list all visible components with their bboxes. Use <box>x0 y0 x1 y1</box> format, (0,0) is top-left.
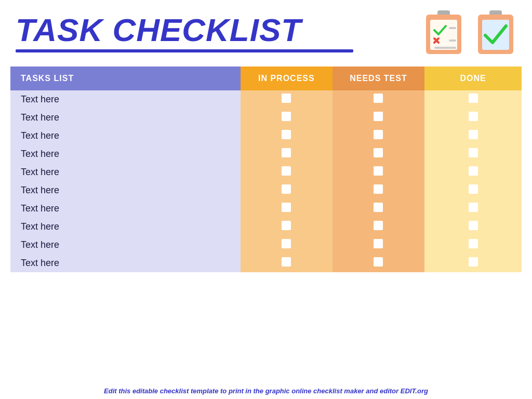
needstest-checkbox-cell[interactable] <box>332 200 424 218</box>
needstest-checkbox-cell[interactable] <box>332 127 424 145</box>
table-row: Text here <box>10 200 522 218</box>
checkbox-done[interactable] <box>469 203 478 212</box>
needstest-checkbox-cell[interactable] <box>332 163 424 181</box>
inprocess-checkbox-cell[interactable] <box>241 90 332 109</box>
svg-rect-3 <box>449 27 456 29</box>
done-checkbox-cell[interactable] <box>424 254 522 272</box>
table-row: Text here <box>10 127 522 145</box>
checkbox-done[interactable] <box>469 221 478 230</box>
checkbox-inprocess[interactable] <box>282 130 291 139</box>
checkbox-inprocess[interactable] <box>282 112 291 121</box>
task-name-cell: Text here <box>10 109 241 127</box>
needstest-checkbox-cell[interactable] <box>332 254 424 272</box>
checkbox-inprocess[interactable] <box>282 221 291 230</box>
task-name-cell: Text here <box>10 254 241 272</box>
header: TASK CHECKLIST <box>0 0 532 61</box>
page-title: TASK CHECKLIST <box>16 14 353 46</box>
table-row: Text here <box>10 236 522 254</box>
task-name-cell: Text here <box>10 200 241 218</box>
footer-text: Edit this editable checklist template to… <box>10 387 522 395</box>
col-header-tasks: TASKS LIST <box>10 66 241 90</box>
inprocess-checkbox-cell[interactable] <box>241 109 332 127</box>
checkbox-done[interactable] <box>469 239 478 248</box>
checkbox-done[interactable] <box>469 112 478 121</box>
inprocess-checkbox-cell[interactable] <box>241 218 332 236</box>
inprocess-checkbox-cell[interactable] <box>241 200 332 218</box>
table-row: Text here <box>10 181 522 200</box>
checkbox-done[interactable] <box>469 184 478 194</box>
done-checkbox-cell[interactable] <box>424 218 522 236</box>
done-checkbox-cell[interactable] <box>424 181 522 200</box>
table-row: Text here <box>10 218 522 236</box>
table-row: Text here <box>10 163 522 181</box>
checkbox-needstest[interactable] <box>374 94 383 103</box>
done-checkbox-cell[interactable] <box>424 145 522 163</box>
col-header-inprocess: IN PROCESS <box>241 66 332 90</box>
needstest-checkbox-cell[interactable] <box>332 181 424 200</box>
checkbox-needstest[interactable] <box>374 239 383 248</box>
task-name-cell: Text here <box>10 163 241 181</box>
svg-rect-7 <box>434 47 456 49</box>
table-row: Text here <box>10 90 522 109</box>
checklist-table: TASKS LIST IN PROCESS NEEDS TEST DONE Te… <box>10 66 522 272</box>
done-checkbox-cell[interactable] <box>424 90 522 109</box>
clipboard-checklist-icon <box>423 10 464 56</box>
needstest-checkbox-cell[interactable] <box>332 109 424 127</box>
col-header-needstest: NEEDS TEST <box>332 66 424 90</box>
inprocess-checkbox-cell[interactable] <box>241 145 332 163</box>
col-header-done: DONE <box>424 66 522 90</box>
svg-rect-2 <box>430 20 457 50</box>
checkbox-needstest[interactable] <box>374 221 383 230</box>
checkbox-inprocess[interactable] <box>282 166 291 176</box>
checkbox-done[interactable] <box>469 130 478 139</box>
page-wrapper: TASK CHECKLIST <box>0 0 532 399</box>
table-header-row: TASKS LIST IN PROCESS NEEDS TEST DONE <box>10 66 522 90</box>
footer: Edit this editable checklist template to… <box>0 383 532 399</box>
needstest-checkbox-cell[interactable] <box>332 90 424 109</box>
clipboard-done-icon <box>475 10 516 56</box>
table-row: Text here <box>10 254 522 272</box>
needstest-checkbox-cell[interactable] <box>332 236 424 254</box>
done-checkbox-cell[interactable] <box>424 109 522 127</box>
table-row: Text here <box>10 145 522 163</box>
done-checkbox-cell[interactable] <box>424 200 522 218</box>
table-row: Text here <box>10 109 522 127</box>
checkbox-inprocess[interactable] <box>282 239 291 248</box>
title-section: TASK CHECKLIST <box>16 14 353 52</box>
checkbox-needstest[interactable] <box>374 148 383 157</box>
checkbox-done[interactable] <box>469 257 478 267</box>
checkbox-inprocess[interactable] <box>282 94 291 103</box>
checkbox-done[interactable] <box>469 148 478 157</box>
done-checkbox-cell[interactable] <box>424 127 522 145</box>
checkbox-needstest[interactable] <box>374 166 383 176</box>
inprocess-checkbox-cell[interactable] <box>241 181 332 200</box>
checkbox-needstest[interactable] <box>374 112 383 121</box>
checkbox-needstest[interactable] <box>374 130 383 139</box>
inprocess-checkbox-cell[interactable] <box>241 236 332 254</box>
checkbox-inprocess[interactable] <box>282 257 291 267</box>
checkbox-done[interactable] <box>469 94 478 103</box>
done-checkbox-cell[interactable] <box>424 236 522 254</box>
inprocess-checkbox-cell[interactable] <box>241 163 332 181</box>
task-name-cell: Text here <box>10 218 241 236</box>
checkbox-inprocess[interactable] <box>282 184 291 194</box>
inprocess-checkbox-cell[interactable] <box>241 254 332 272</box>
task-name-cell: Text here <box>10 236 241 254</box>
checkbox-needstest[interactable] <box>374 257 383 267</box>
icons-section <box>423 10 516 56</box>
checkbox-needstest[interactable] <box>374 184 383 194</box>
done-checkbox-cell[interactable] <box>424 163 522 181</box>
task-name-cell: Text here <box>10 181 241 200</box>
task-name-cell: Text here <box>10 145 241 163</box>
inprocess-checkbox-cell[interactable] <box>241 127 332 145</box>
checkbox-inprocess[interactable] <box>282 148 291 157</box>
svg-rect-6 <box>449 39 456 42</box>
checkbox-needstest[interactable] <box>374 203 383 212</box>
needstest-checkbox-cell[interactable] <box>332 218 424 236</box>
task-name-cell: Text here <box>10 127 241 145</box>
task-name-cell: Text here <box>10 90 241 109</box>
needstest-checkbox-cell[interactable] <box>332 145 424 163</box>
checkbox-done[interactable] <box>469 166 478 176</box>
table-section: TASKS LIST IN PROCESS NEEDS TEST DONE Te… <box>0 66 532 383</box>
checkbox-inprocess[interactable] <box>282 203 291 212</box>
